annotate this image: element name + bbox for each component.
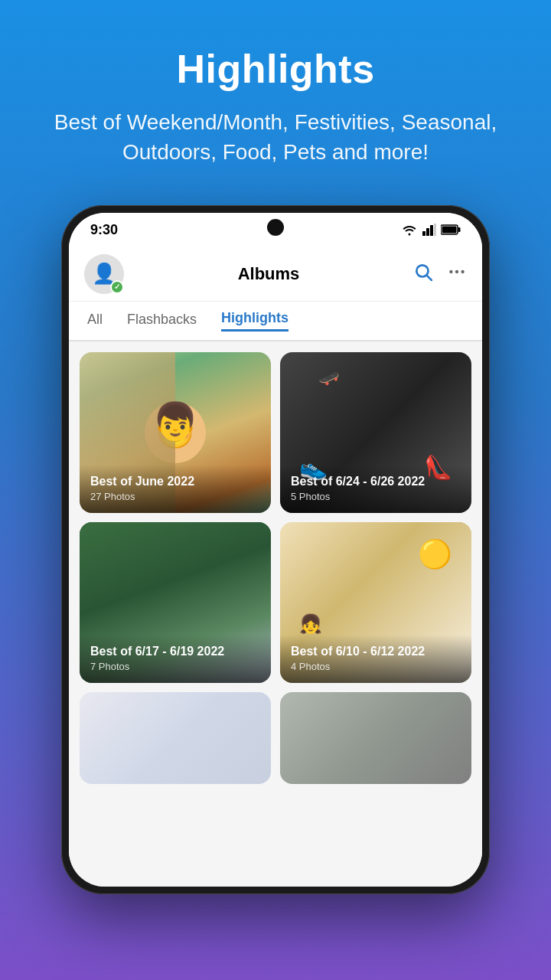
status-bar: 9:30	[69, 213, 482, 247]
album-title-weekend610: Best of 6/10 - 6/12 2022	[291, 644, 461, 658]
status-icons	[401, 224, 461, 236]
album-grid: 😊 Best of June 2022 27 Photos 👟 👠 🛹	[80, 352, 471, 784]
hero-title: Highlights	[46, 46, 505, 92]
svg-rect-0	[422, 231, 425, 236]
tab-highlights[interactable]: Highlights	[221, 310, 289, 332]
album-count-june2022: 27 Photos	[90, 491, 260, 502]
album-card-weekend624[interactable]: 👟 👠 🛹 Best of 6/24 - 6/26 2022 5 Photos	[280, 352, 471, 513]
svg-rect-1	[426, 228, 429, 236]
phone-mockup: 9:30	[61, 205, 490, 980]
album-overlay-weekend624: Best of 6/24 - 6/26 2022 5 Photos	[280, 465, 471, 513]
svg-point-9	[449, 270, 452, 273]
album-overlay-weekend610: Best of 6/10 - 6/12 2022 4 Photos	[280, 635, 471, 683]
album-card-weekend617[interactable]: Best of 6/17 - 6/19 2022 7 Photos	[80, 522, 271, 683]
header-actions	[413, 262, 467, 286]
album-title-june2022: Best of June 2022	[90, 474, 260, 488]
header-title: Albums	[132, 264, 406, 284]
svg-rect-2	[430, 225, 433, 236]
avatar-check-icon: ✓	[110, 280, 124, 294]
svg-rect-6	[442, 227, 457, 234]
album-count-weekend617: 7 Photos	[90, 661, 260, 672]
album-count-weekend610: 4 Photos	[291, 661, 461, 672]
album-title-weekend624: Best of 6/24 - 6/26 2022	[291, 474, 461, 488]
tabs-bar: All Flashbacks Highlights	[69, 302, 482, 341]
app-header: 👤 ✓ Albums	[69, 247, 482, 302]
album-count-weekend624: 5 Photos	[291, 491, 461, 502]
album-overlay-june2022: Best of June 2022 27 Photos	[80, 465, 271, 513]
search-icon[interactable]	[413, 262, 433, 286]
signal-icon	[422, 224, 436, 236]
album-card-partial2[interactable]	[280, 692, 471, 784]
album-card-june2022[interactable]: 😊 Best of June 2022 27 Photos	[80, 352, 271, 513]
hero-subtitle: Best of Weekend/Month, Festivities, Seas…	[46, 107, 505, 167]
tab-all[interactable]: All	[87, 312, 103, 331]
status-time: 9:30	[90, 222, 118, 238]
svg-line-8	[427, 276, 432, 280]
phone-outer: 9:30	[61, 205, 490, 894]
album-card-weekend610[interactable]: 🟡 👧 Best of 6/10 - 6/12 2022 4 Photos	[280, 522, 471, 683]
album-overlay-weekend617: Best of 6/17 - 6/19 2022 7 Photos	[80, 635, 271, 683]
hero-section: Highlights Best of Weekend/Month, Festiv…	[0, 0, 551, 198]
wifi-icon	[401, 224, 418, 236]
tab-flashbacks[interactable]: Flashbacks	[127, 312, 197, 331]
svg-rect-5	[458, 227, 461, 232]
album-title-weekend617: Best of 6/17 - 6/19 2022	[90, 644, 260, 658]
svg-point-10	[455, 270, 458, 273]
album-scroll[interactable]: 😊 Best of June 2022 27 Photos 👟 👠 🛹	[69, 341, 482, 887]
phone-inner: 9:30	[69, 213, 482, 887]
svg-rect-3	[434, 224, 436, 236]
album-card-partial1[interactable]	[80, 692, 271, 784]
svg-point-11	[461, 270, 464, 273]
battery-icon	[441, 224, 461, 235]
avatar[interactable]: 👤 ✓	[84, 254, 124, 294]
more-options-icon[interactable]	[447, 262, 467, 286]
